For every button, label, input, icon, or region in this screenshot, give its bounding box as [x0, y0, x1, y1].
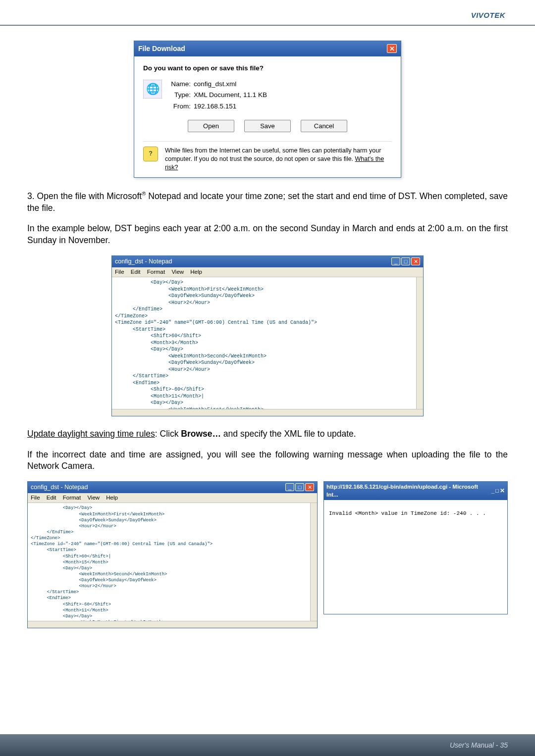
notepad-window-1: config_dst - Notepad _ □ ✕ File Edit For… [111, 255, 424, 416]
scrollbar-horizontal[interactable] [112, 409, 423, 416]
maximize-icon[interactable]: □ [495, 487, 499, 495]
cancel-button[interactable]: Cancel [301, 120, 347, 132]
ie-error-body: Invalid <Month> value in TimeZone id: -2… [324, 500, 507, 614]
ie-title: http://192.168.5.121/cgi-bin/admin/uploa… [326, 483, 491, 499]
name-value: config_dst.xml [194, 80, 267, 89]
menu-help[interactable]: Help [106, 495, 118, 501]
step-3: 3. Open the file with Microsoft® Notepad… [27, 190, 508, 214]
menu-edit[interactable]: Edit [47, 495, 56, 501]
update-dst-line: Update daylight saving time rules: Click… [27, 428, 508, 440]
close-icon[interactable]: ✕ [411, 257, 420, 265]
warning-text: While files from the Internet can be use… [165, 147, 392, 172]
ie-error-window: http://192.168.5.121/cgi-bin/admin/uploa… [323, 481, 508, 614]
page-footer: User's Manual - 35 [0, 734, 535, 756]
maximize-icon[interactable]: □ [401, 257, 410, 265]
menu-file[interactable]: File [31, 495, 40, 501]
scrollbar-vertical[interactable] [310, 503, 317, 621]
scrollbar-horizontal[interactable] [28, 621, 317, 628]
save-button[interactable]: Save [244, 120, 291, 132]
type-value: XML Document, 11.1 KB [194, 91, 267, 100]
minimize-icon[interactable]: _ [285, 483, 294, 491]
file-download-dialog: File Download ✕ Do you want to open or s… [134, 41, 401, 178]
menu-edit[interactable]: Edit [131, 269, 141, 275]
scrollbar-vertical[interactable] [416, 277, 423, 409]
notepad-window-2: config_dst - Notepad _ □ ✕ File Edit For… [27, 481, 318, 628]
close-icon[interactable]: ✕ [305, 483, 314, 491]
from-value: 192.168.5.151 [194, 102, 267, 111]
notepad-title: config_dst - Notepad [31, 483, 88, 492]
notepad-title: config_dst - Notepad [115, 257, 172, 266]
dialog-question: Do you want to open or save this file? [143, 64, 392, 73]
type-label: Type: [171, 91, 194, 100]
menu-format[interactable]: Format [63, 495, 81, 501]
file-icon: 🌐 [143, 80, 162, 99]
minimize-icon[interactable]: _ [391, 257, 400, 265]
brand-label: VIVOTEK [471, 11, 505, 19]
close-icon[interactable]: ✕ [500, 487, 505, 495]
minimize-icon[interactable]: _ [491, 487, 494, 495]
notepad-body[interactable]: <Day></Day> <WeekInMonth>First</WeekInMo… [28, 503, 317, 628]
name-label: Name: [171, 80, 194, 89]
notepad-menu: File Edit Format View Help [28, 493, 317, 504]
warning-icon: ? [143, 147, 158, 161]
close-icon[interactable]: ✕ [387, 44, 397, 53]
menu-file[interactable]: File [115, 269, 124, 275]
menu-help[interactable]: Help [190, 269, 202, 275]
menu-format[interactable]: Format [147, 269, 165, 275]
maximize-icon[interactable]: □ [295, 483, 304, 491]
incorrect-date-para: If the incorrect date and time are assig… [27, 449, 508, 472]
menu-view[interactable]: View [87, 495, 100, 501]
notepad-menu: File Edit Format View Help [112, 267, 423, 278]
notepad-body[interactable]: <Day></Day> <WeekInMonth>First</WeekInMo… [112, 277, 423, 416]
dialog-title: File Download [138, 44, 185, 53]
example-para: In the example below, DST begins each ye… [27, 223, 508, 246]
menu-view[interactable]: View [171, 269, 184, 275]
from-label: From: [171, 102, 194, 111]
open-button[interactable]: Open [188, 120, 234, 132]
